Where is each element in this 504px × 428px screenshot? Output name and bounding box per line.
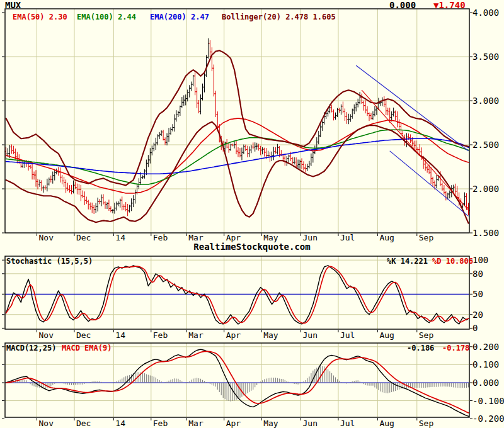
x-axis-label: Nov [39, 419, 54, 428]
macd-y-axis-label: 0.200 [472, 342, 499, 352]
bollinger-upper-line [6, 50, 469, 185]
macd-panel-border [5, 343, 469, 417]
macd-signal-title: MACD EMA(9) [62, 344, 112, 353]
stoch-y-axis-label: 20 [472, 310, 483, 320]
x-axis-label: Apr [226, 331, 241, 341]
x-axis-label: May [263, 234, 278, 243]
trend-line [390, 151, 469, 217]
x-axis-label: Jul [340, 331, 355, 341]
macd-value: -0.186 [407, 344, 434, 353]
stock-chart-page: MUX 0.000 ▼1.740 EMA(50) 2.30 EMA(100) 2… [0, 0, 504, 428]
x-axis-label: Aug [379, 419, 394, 428]
stochastic-k-value: %K 14.221 [387, 257, 428, 266]
x-axis-label: Dec [76, 234, 91, 243]
price-y-axis-label: 3.500 [472, 52, 499, 62]
stoch-y-axis-label: 0 [472, 323, 478, 333]
price-delta-down: ▼1.740 [433, 0, 466, 10]
legend-ema50: EMA(50) 2.30 [13, 13, 67, 22]
x-axis-label: Dec [76, 419, 91, 428]
x-axis-label: Mar [188, 419, 203, 428]
macd-title: MACD(12,25) [6, 344, 56, 353]
macd-signal-value: -0.178 [442, 344, 469, 353]
price-y-axis-label: 1.500 [472, 228, 499, 238]
price-y-axis-label: 2.000 [472, 184, 499, 194]
ema100-line [6, 130, 469, 184]
x-axis-label: 14 [115, 419, 125, 428]
x-axis-label: Sep [419, 234, 433, 243]
macd-signal-line [6, 351, 469, 413]
price-y-axis-label: 4.000 [472, 8, 499, 18]
legend-ema200: EMA(200) 2.47 [150, 13, 209, 22]
macd-y-axis-label: -0.100 [472, 396, 504, 406]
x-axis-label: 14 [115, 331, 125, 341]
x-axis-label: Feb [153, 419, 168, 428]
stochastic-title: Stochastic (15,5,5) [6, 257, 93, 266]
stoch-y-axis-label: 100 [472, 255, 488, 265]
x-axis-label: 14 [115, 234, 125, 243]
x-axis-label: Dec [76, 331, 91, 341]
price-y-axis-label: 2.500 [472, 140, 499, 150]
x-axis-label: Nov [39, 234, 54, 243]
x-axis-label: Apr [226, 234, 241, 243]
x-axis-label: Jun [303, 234, 318, 243]
x-axis-label: Jul [340, 234, 355, 243]
macd-y-axis-label: 0.100 [472, 359, 499, 369]
change-value: 0.000 [389, 0, 416, 10]
legend-bollinger: Bollinger(20) 2.478 1.605 [222, 13, 336, 22]
x-axis-label: May [263, 419, 278, 428]
stoch-y-axis-label: 50 [472, 289, 483, 299]
stoch-k-line [6, 266, 469, 324]
x-axis-label: Aug [379, 331, 394, 341]
stoch-y-axis-label: 80 [472, 269, 483, 279]
x-axis-label: May [263, 331, 278, 341]
x-axis-label: Feb [153, 331, 168, 341]
macd-y-axis-label: -0.200 [472, 414, 504, 424]
x-axis-label: Sep [419, 331, 433, 341]
symbol-title: MUX [5, 0, 21, 10]
macd-y-axis-label: 0.000 [472, 378, 499, 388]
x-axis-label: Feb [153, 234, 168, 243]
chart-canvas [0, 0, 504, 428]
x-axis-label: Apr [226, 419, 241, 428]
x-axis-label: Jun [303, 331, 318, 341]
x-axis-label: Mar [188, 331, 203, 341]
watermark: RealtimeStockquote.com [0, 242, 504, 252]
bollinger-lower-line [6, 122, 469, 223]
x-axis-label: Aug [379, 234, 394, 243]
x-axis-label: Sep [419, 419, 433, 428]
legend-ema100: EMA(100) 2.44 [77, 13, 136, 22]
x-axis-label: Nov [39, 331, 54, 341]
x-axis-label: Mar [188, 234, 203, 243]
price-y-axis-label: 3.000 [472, 96, 499, 106]
ema200-line [6, 138, 469, 174]
stochastic-d-value: %D 10.806 [432, 257, 473, 266]
x-axis-label: Jun [303, 419, 318, 428]
x-axis-label: Jul [340, 419, 355, 428]
